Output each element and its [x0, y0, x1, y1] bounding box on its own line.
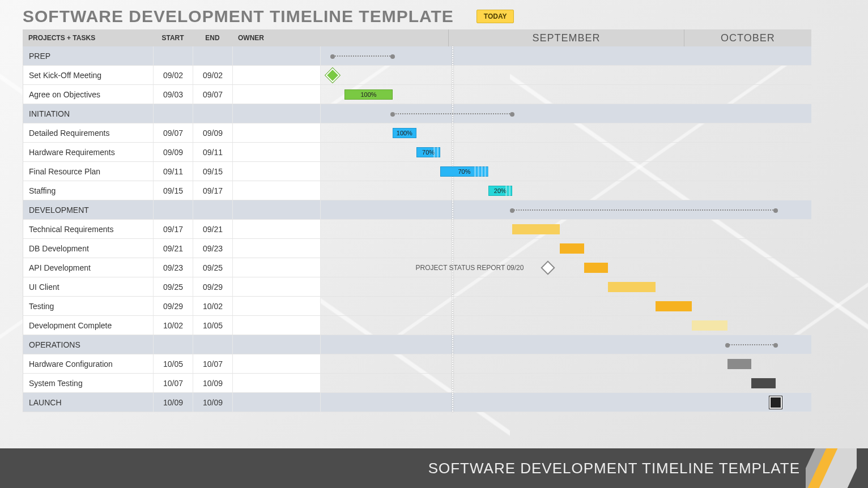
- task-name: Detailed Requirements: [23, 123, 153, 143]
- task-end: [193, 104, 232, 123]
- gantt-cell: [321, 277, 811, 297]
- task-end: 09/21: [193, 220, 232, 239]
- gantt-cell: [321, 374, 811, 393]
- col-header-owner: OWNER: [232, 29, 321, 46]
- task-name: UI Client: [23, 277, 153, 297]
- task-start: 09/09: [153, 143, 193, 162]
- task-end: [193, 46, 232, 66]
- gantt-cell: [321, 200, 811, 220]
- milestone-diamond-icon: [325, 68, 339, 82]
- gantt-bar[interactable]: 100%: [393, 128, 416, 138]
- task-start: 09/11: [153, 162, 193, 181]
- month-label: OCTOBER: [684, 29, 811, 46]
- task-owner: [232, 374, 321, 393]
- task-owner: [232, 46, 321, 66]
- gantt-bar[interactable]: 100%: [344, 89, 392, 100]
- gantt-cell: 70%: [321, 143, 811, 162]
- task-end: 09/07: [193, 85, 232, 104]
- task-name: Staffing: [23, 181, 153, 200]
- task-name: Set Kick-Off Meeting: [23, 66, 153, 85]
- gantt-bar[interactable]: 20%: [488, 186, 512, 196]
- gantt-cell: PROJECT STATUS REPORT 09/20: [321, 258, 811, 277]
- task-name: Testing: [23, 297, 153, 316]
- gantt-bar[interactable]: [584, 263, 608, 273]
- gantt-cell: [321, 393, 811, 412]
- task-end: 09/11: [193, 143, 232, 162]
- task-start: 09/02: [153, 66, 193, 85]
- task-start: [153, 104, 193, 123]
- gantt-bar[interactable]: [608, 282, 656, 292]
- gantt-bar[interactable]: [692, 320, 727, 331]
- task-owner: [232, 239, 321, 258]
- launch-milestone-icon: [769, 396, 782, 409]
- col-header-timeline: SEPTEMBER OCTOBER: [321, 29, 811, 46]
- gantt-bar[interactable]: [656, 301, 691, 311]
- task-end: [193, 200, 232, 220]
- task-end: 09/23: [193, 239, 232, 258]
- task-start: [153, 335, 193, 354]
- gantt-cell: [321, 46, 811, 66]
- task-owner: [232, 181, 321, 200]
- gantt-cell: [321, 316, 811, 335]
- today-badge: TODAY: [476, 10, 514, 23]
- task-end: 10/09: [193, 374, 232, 393]
- task-end: 09/15: [193, 162, 232, 181]
- task-owner: [232, 335, 321, 354]
- phase-span: [333, 55, 393, 57]
- task-owner: [232, 85, 321, 104]
- footer-bar: SOFTWARE DEVELOPMENT TIMELINE TEMPLATE: [0, 448, 868, 488]
- task-owner: [232, 258, 321, 277]
- task-owner: [232, 393, 321, 412]
- task-name: Agree on Objectives: [23, 85, 153, 104]
- task-name: DB Development: [23, 239, 153, 258]
- gantt-cell: [321, 66, 811, 85]
- gantt-bar[interactable]: 70%: [440, 166, 488, 177]
- task-owner: [232, 220, 321, 239]
- task-owner: [232, 123, 321, 143]
- task-name: System Testing: [23, 374, 153, 393]
- task-start: 09/25: [153, 277, 193, 297]
- task-name: Final Resource Plan: [23, 162, 153, 181]
- task-end: 10/07: [193, 354, 232, 374]
- col-header-end: END: [193, 29, 232, 46]
- milestone-diamond-icon: [541, 260, 555, 275]
- task-owner: [232, 316, 321, 335]
- task-owner: [232, 200, 321, 220]
- footer-title: SOFTWARE DEVELOPMENT TIMELINE TEMPLATE: [428, 460, 800, 477]
- gantt-cell: [321, 297, 811, 316]
- task-owner: [232, 66, 321, 85]
- task-start: 09/17: [153, 220, 193, 239]
- gantt-bar[interactable]: [727, 359, 751, 369]
- gantt-cell: 20%: [321, 181, 811, 200]
- task-start: 10/09: [153, 393, 193, 412]
- col-header-start: START: [153, 29, 193, 46]
- gantt-cell: [321, 239, 811, 258]
- gantt-cell: [321, 220, 811, 239]
- task-name: Development Complete: [23, 316, 153, 335]
- task-owner: [232, 162, 321, 181]
- phase-span: [393, 113, 512, 114]
- gantt-bar[interactable]: [512, 224, 560, 234]
- task-start: 10/05: [153, 354, 193, 374]
- task-start: 09/23: [153, 258, 193, 277]
- task-end: [193, 335, 232, 354]
- gantt-grid: PROJECTS + TASKS START END OWNER SEPTEMB…: [23, 29, 811, 412]
- task-start: 10/07: [153, 374, 193, 393]
- task-name: Technical Requirements: [23, 220, 153, 239]
- phase-span: [512, 209, 776, 211]
- gantt-cell: 70%: [321, 162, 811, 181]
- gantt-bar[interactable]: [560, 243, 584, 254]
- col-header-tasks: PROJECTS + TASKS: [23, 29, 153, 46]
- task-start: [153, 200, 193, 220]
- task-start: [153, 46, 193, 66]
- task-start: 10/02: [153, 316, 193, 335]
- task-owner: [232, 143, 321, 162]
- task-end: 09/25: [193, 258, 232, 277]
- task-owner: [232, 277, 321, 297]
- gantt-bar[interactable]: 70%: [416, 147, 440, 157]
- task-owner: [232, 104, 321, 123]
- gantt-cell: [321, 335, 811, 354]
- gantt-bar[interactable]: [751, 378, 775, 388]
- task-start: 09/21: [153, 239, 193, 258]
- task-name: Hardware Configuration: [23, 354, 153, 374]
